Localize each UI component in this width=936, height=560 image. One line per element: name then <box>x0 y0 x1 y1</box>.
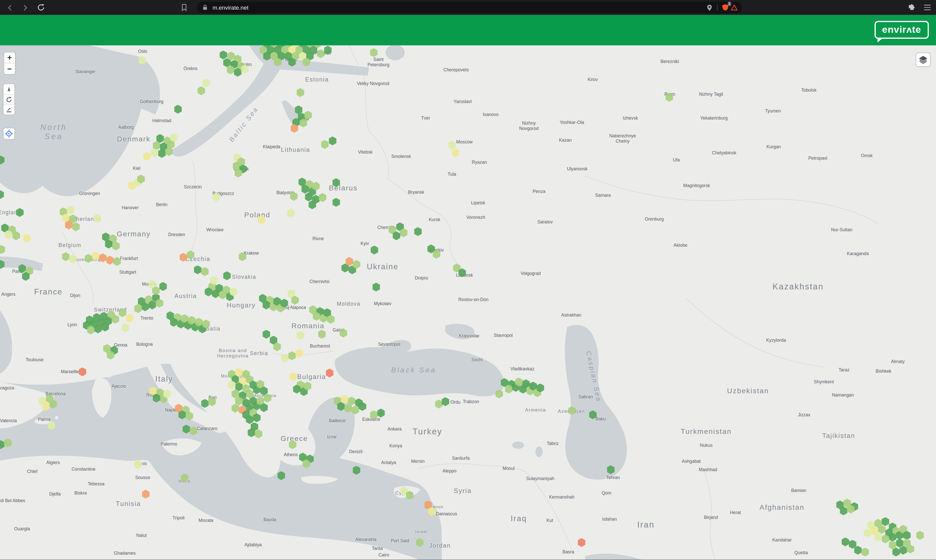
map-rotate-button[interactable] <box>3 94 14 104</box>
city-label: Kiel <box>133 166 140 171</box>
country-label: Tunisia <box>116 500 141 507</box>
lock-icon <box>202 4 208 11</box>
zoom-in-button[interactable]: + <box>4 52 15 63</box>
city-label: Zaragoza <box>0 385 14 391</box>
city-label: Tehran <box>606 475 620 480</box>
city-label: Szczecin <box>184 184 202 189</box>
location-permission-button[interactable] <box>705 3 714 12</box>
city-label: Tabriz <box>547 441 559 446</box>
city-label: Ghadames <box>114 551 135 556</box>
pill-separator <box>717 4 717 11</box>
city-label: Angers <box>1 291 15 297</box>
city-label: Cherepovets <box>443 67 469 72</box>
city-label: Samara <box>595 192 611 198</box>
city-label: Ajaccio <box>111 383 126 389</box>
reload-icon <box>37 3 45 11</box>
city-label: Groningen <box>79 191 100 196</box>
city-label: Stavropol <box>494 333 513 338</box>
city-label: Lipetsk <box>471 200 485 206</box>
city-label: Trento <box>140 315 153 321</box>
url-text[interactable]: m.envirate.net <box>212 4 705 11</box>
city-label: Damascus <box>436 511 457 516</box>
sea-label: North Sea <box>40 123 67 141</box>
city-label: Sidi Bel Abbes <box>0 498 25 503</box>
address-bar[interactable]: m.envirate.net 1 <box>197 2 742 13</box>
city-label: Konya <box>389 443 402 448</box>
city-label: Smolensk <box>391 154 411 159</box>
city-label: Frankfurt <box>120 255 138 261</box>
city-label: Nalut <box>136 532 147 538</box>
city-label: Athens <box>284 452 298 457</box>
country-label: Afghanistan <box>759 503 804 512</box>
country-label: Bosnia and Herzegovina <box>217 348 249 359</box>
map-compass-button[interactable] <box>3 84 14 94</box>
country-label: Lithuania <box>281 146 310 153</box>
city-label: Orenburg <box>645 216 664 222</box>
city-label: Berezniki <box>660 59 679 64</box>
city-label: Klaipeda <box>263 144 280 149</box>
map-pitch-button[interactable] <box>3 104 14 114</box>
city-label: Saratov <box>537 219 553 225</box>
bookmark-icon <box>181 3 188 11</box>
city-label: Bayda <box>263 517 276 522</box>
city-label: Hanover <box>122 205 139 210</box>
city-label: Yaroslavl <box>454 99 471 104</box>
app-header: envirʌte <box>0 15 936 45</box>
city-label: Palma <box>38 417 51 422</box>
city-label: Shymkent <box>814 379 834 385</box>
country-label: Syria <box>454 487 472 494</box>
city-label: Quetta <box>794 550 808 555</box>
city-label: Palermo <box>160 441 177 446</box>
city-label: Sulaymaniyah <box>526 476 554 481</box>
country-label: Moldova <box>337 301 360 307</box>
city-label: Constantine <box>72 466 95 472</box>
country-label: France <box>34 288 63 296</box>
city-label: Rivne <box>313 236 324 242</box>
brave-rewards-button[interactable] <box>730 3 739 12</box>
city-label: Yekaterinburg <box>700 115 728 121</box>
layers-button[interactable] <box>916 53 930 66</box>
city-label: Sevastopol <box>378 342 400 347</box>
city-label: Misrata <box>199 518 213 523</box>
zoom-out-button[interactable]: − <box>4 63 15 74</box>
envirate-logo-text: envirʌte <box>882 25 921 35</box>
city-label: Tula <box>448 172 456 177</box>
browser-toolbar: m.envirate.net 1 <box>0 0 936 15</box>
city-label: Marseille <box>61 369 79 374</box>
forward-button[interactable] <box>20 2 30 12</box>
envirate-logo[interactable]: envirʌte <box>874 21 929 39</box>
city-label: Mosul <box>503 466 514 471</box>
menu-button[interactable] <box>922 2 933 12</box>
city-label: Kandahar <box>772 537 791 543</box>
city-label: Naberezhnye Chelny <box>609 133 636 144</box>
reload-button[interactable] <box>36 2 46 12</box>
city-label: Dijon <box>70 293 80 298</box>
country-label: Austria <box>174 293 197 299</box>
country-label: Romania <box>291 322 325 330</box>
city-label: Kyzylorda <box>766 337 786 343</box>
city-label: Wroclaw <box>206 227 223 232</box>
geolocate-button[interactable] <box>3 128 14 139</box>
city-label: Genoa <box>114 342 127 348</box>
city-label: Djelfa <box>49 491 61 497</box>
site-security-button[interactable] <box>201 3 209 12</box>
back-button[interactable] <box>5 2 15 12</box>
city-label: Magnitogorsk <box>683 183 710 188</box>
city-label: Baku <box>596 416 606 422</box>
city-label: Ashgabat <box>682 459 701 464</box>
extensions-button[interactable] <box>906 2 916 12</box>
city-label: Chelyabinsk <box>712 150 736 155</box>
city-label: Herat <box>730 510 741 515</box>
brave-shields-button[interactable]: 1 <box>720 3 729 12</box>
city-label: Bucharest <box>310 343 330 349</box>
city-label: Ulyanovsk <box>567 166 588 172</box>
bookmark-button[interactable] <box>179 2 189 12</box>
country-label: Estonia <box>305 76 329 83</box>
city-label: Ouargla <box>14 526 30 531</box>
city-label: Kursk <box>429 217 440 222</box>
map-canvas[interactable]: North SeaBaltic SeaBlack SeaCaspian SeaE… <box>0 0 936 560</box>
city-label: Alexandria <box>355 537 376 542</box>
compass-icon <box>5 86 12 93</box>
puzzle-icon <box>907 3 915 11</box>
city-label: Sousse <box>135 475 150 480</box>
